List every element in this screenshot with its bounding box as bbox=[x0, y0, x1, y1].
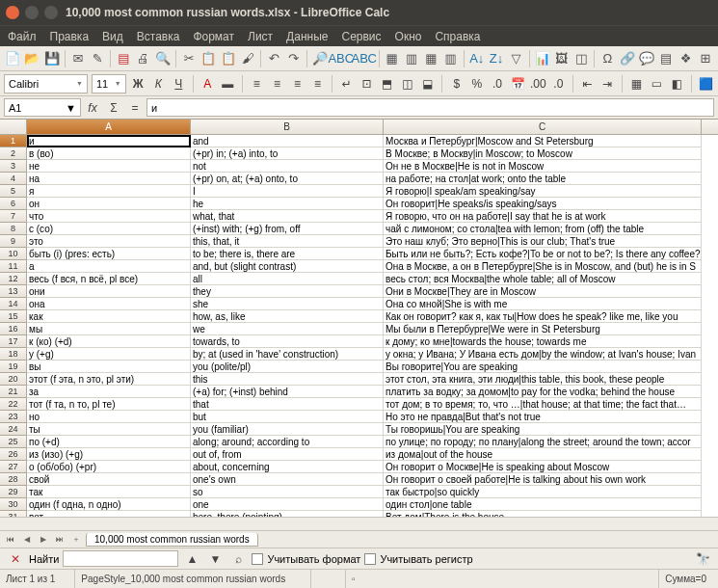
v-top-icon[interactable]: ⬒ bbox=[379, 74, 395, 94]
image-icon[interactable]: 🖼 bbox=[553, 48, 571, 69]
row-header[interactable]: 10 bbox=[0, 248, 27, 260]
formula-input[interactable]: и bbox=[146, 98, 714, 117]
row-header[interactable]: 14 bbox=[0, 298, 27, 310]
find-prev-icon[interactable]: ▲ bbox=[182, 549, 201, 569]
comment-icon[interactable]: 💬 bbox=[638, 48, 655, 69]
new-icon[interactable]: 📄 bbox=[4, 48, 21, 69]
equals-icon[interactable]: = bbox=[125, 98, 145, 118]
cell[interactable]: так быстро|so quickly bbox=[384, 486, 702, 498]
cell[interactable]: что bbox=[27, 210, 191, 223]
fx-icon[interactable]: fx bbox=[83, 98, 102, 118]
tab-add-icon[interactable]: ＋ bbox=[69, 533, 83, 547]
cell[interactable]: Они в Москве|They are in Moscow bbox=[384, 285, 702, 298]
size-combo[interactable]: 11▼ bbox=[92, 74, 126, 94]
match-case-checkbox[interactable] bbox=[364, 553, 376, 565]
row-header[interactable]: 27 bbox=[0, 461, 27, 473]
copy-icon[interactable]: 📋 bbox=[199, 48, 217, 69]
row-header[interactable]: 28 bbox=[0, 473, 27, 486]
menu-view[interactable]: Вид bbox=[102, 30, 123, 43]
cell[interactable]: what, that bbox=[191, 210, 384, 223]
cell[interactable]: along; around; according to bbox=[191, 436, 384, 448]
cell[interactable]: Вот дом|There is the house bbox=[384, 511, 702, 517]
cell[interactable]: Он говорит|He speaks/is speaking/says bbox=[384, 198, 702, 210]
cell[interactable]: так bbox=[27, 486, 191, 498]
border-icon[interactable]: ▦ bbox=[628, 74, 645, 94]
link-icon[interactable]: 🔗 bbox=[618, 48, 635, 69]
row-header[interactable]: 22 bbox=[0, 398, 27, 411]
row-header[interactable]: 23 bbox=[0, 411, 27, 423]
cell[interactable]: на работе; на стол|at work; onto the tab… bbox=[384, 173, 702, 185]
cell[interactable]: Москва и Петербург|Moscow and St Petersb… bbox=[384, 135, 702, 147]
cell[interactable]: I bbox=[191, 185, 384, 198]
find-input[interactable] bbox=[63, 550, 178, 567]
tab-last-icon[interactable]: ⏭ bbox=[53, 533, 66, 547]
print-icon[interactable]: 🖨 bbox=[135, 48, 152, 69]
cell[interactable]: Она со мной|She is with me bbox=[384, 298, 702, 310]
row-icon[interactable]: ▦ bbox=[384, 48, 401, 69]
row-header[interactable]: 24 bbox=[0, 423, 27, 436]
cell[interactable]: свой bbox=[27, 473, 191, 486]
row-header[interactable]: 1 bbox=[0, 135, 27, 147]
cell[interactable]: к дому; ко мне|towards the house; toward… bbox=[384, 335, 702, 348]
redo-icon[interactable]: ↷ bbox=[284, 48, 302, 69]
cell[interactable]: but bbox=[191, 411, 384, 423]
cell[interactable]: and, but (slight contrast) bbox=[191, 260, 384, 273]
sheet-tab[interactable]: 10,000 most common russian words bbox=[86, 533, 258, 547]
pdf-icon[interactable]: ▤ bbox=[115, 48, 132, 69]
freeze-icon[interactable]: ❖ bbox=[677, 48, 694, 69]
currency-icon[interactable]: $ bbox=[448, 74, 465, 94]
tab-prev-icon[interactable]: ◀ bbox=[20, 533, 34, 547]
row-header[interactable]: 18 bbox=[0, 348, 27, 361]
percent-icon[interactable]: % bbox=[468, 74, 485, 94]
cell[interactable]: весь стол; вся Москва|the whole table; a… bbox=[384, 273, 702, 285]
menu-tools[interactable]: Сервис bbox=[341, 30, 381, 43]
cell[interactable]: Как он говорит? как я, как ты|How does h… bbox=[384, 310, 702, 323]
close-icon[interactable] bbox=[6, 6, 19, 19]
cell[interactable]: по (+d) bbox=[27, 436, 191, 448]
row-header[interactable]: 5 bbox=[0, 185, 27, 198]
sort-desc-icon[interactable]: Z↓ bbox=[488, 48, 505, 69]
row-header[interactable]: 2 bbox=[0, 147, 27, 160]
cell[interactable]: one's own bbox=[191, 473, 384, 486]
maximize-icon[interactable] bbox=[44, 6, 58, 19]
font-combo[interactable]: Calibri▼ bbox=[4, 74, 88, 94]
cell[interactable]: Это наш клуб; Это верно|This is our club… bbox=[384, 235, 702, 248]
cell[interactable]: Вы говорите|You are speaking bbox=[384, 361, 702, 373]
indent-inc-icon[interactable]: ⇥ bbox=[599, 74, 616, 94]
find-next-icon[interactable]: ▼ bbox=[205, 549, 225, 569]
cell[interactable]: (+a) for; (+inst) behind bbox=[191, 386, 384, 398]
align-left-icon[interactable]: ≡ bbox=[249, 74, 265, 94]
cell[interactable]: не bbox=[27, 160, 191, 173]
cell[interactable]: В Москве; в Москву|in Moscow; to Moscow bbox=[384, 147, 702, 160]
dec-add-icon[interactable]: .00 bbox=[530, 74, 546, 94]
cell[interactable]: towards, to bbox=[191, 335, 384, 348]
row-header[interactable]: 9 bbox=[0, 235, 27, 248]
cell[interactable]: один стол|one table bbox=[384, 498, 702, 511]
row-header[interactable]: 16 bbox=[0, 323, 27, 335]
v-bot-icon[interactable]: ⬓ bbox=[419, 74, 436, 94]
cell[interactable]: that bbox=[191, 398, 384, 411]
row-header[interactable]: 12 bbox=[0, 273, 27, 285]
row-header[interactable]: 29 bbox=[0, 486, 27, 498]
row-header[interactable]: 30 bbox=[0, 498, 27, 511]
font-color-button[interactable]: A bbox=[199, 74, 216, 94]
row-header[interactable]: 21 bbox=[0, 386, 27, 398]
tab-next-icon[interactable]: ▶ bbox=[37, 533, 50, 547]
row-header[interactable]: 6 bbox=[0, 198, 27, 210]
tab-first-icon[interactable]: ⏮ bbox=[4, 533, 17, 547]
menu-help[interactable]: Справка bbox=[435, 30, 480, 43]
cell[interactable]: платить за водку; за домом|to pay for th… bbox=[384, 386, 702, 398]
cell[interactable]: (+pr) on, at; (+a) onto, to bbox=[191, 173, 384, 185]
row-header[interactable]: 25 bbox=[0, 436, 27, 448]
cell[interactable]: у (+g) bbox=[27, 348, 191, 361]
row-header[interactable]: 7 bbox=[0, 210, 27, 223]
preview-icon[interactable]: 🔍 bbox=[154, 48, 172, 69]
row-header[interactable]: 3 bbox=[0, 160, 27, 173]
cell[interactable]: he bbox=[191, 198, 384, 210]
filter-icon[interactable]: ▽ bbox=[507, 48, 524, 69]
cell[interactable]: Я говорю|I speak/am speaking/say bbox=[384, 185, 702, 198]
autospell-icon[interactable]: АВС bbox=[354, 48, 375, 69]
minimize-icon[interactable] bbox=[25, 6, 39, 19]
cell[interactable]: вот bbox=[27, 511, 191, 517]
row-header[interactable]: 13 bbox=[0, 285, 27, 298]
